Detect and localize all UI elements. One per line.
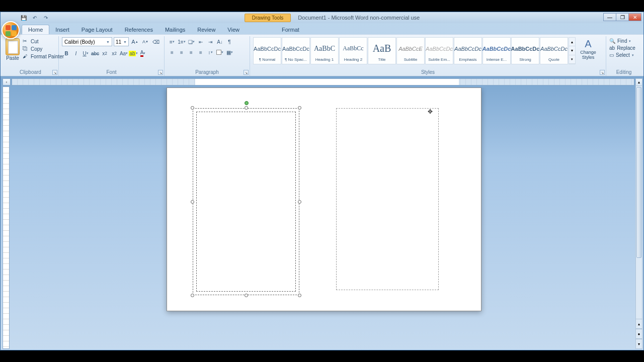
tab-view[interactable]: View bbox=[221, 25, 246, 34]
align-left-button[interactable]: ≡ bbox=[168, 48, 177, 57]
resize-handle-n[interactable] bbox=[245, 106, 248, 110]
borders-button[interactable]: ▦▾ bbox=[225, 48, 234, 57]
select-button[interactable]: ▭Select▾ bbox=[609, 52, 635, 58]
cut-button[interactable]: Cut bbox=[23, 38, 64, 44]
change-styles-label: Change Styles bbox=[578, 50, 599, 60]
resize-handle-se[interactable] bbox=[298, 294, 301, 297]
tab-mailings[interactable]: Mailings bbox=[159, 25, 191, 34]
tab-home[interactable]: Home bbox=[22, 25, 49, 34]
style-quote[interactable]: AaBbCcDcQuote bbox=[540, 37, 568, 64]
format-painter-button[interactable]: Format Painter bbox=[23, 53, 64, 59]
redo-icon[interactable]: ↷ bbox=[42, 14, 50, 22]
style-emphasis[interactable]: AaBbCcDcEmphasis bbox=[454, 37, 482, 64]
find-button[interactable]: 🔍Find▾ bbox=[609, 38, 635, 44]
ruler-page-region bbox=[195, 79, 459, 85]
style-preview: AaB bbox=[373, 40, 391, 57]
style-no-spacing[interactable]: AaBbCcDc¶ No Spac... bbox=[282, 37, 310, 64]
scroll-up-button[interactable]: ▲ bbox=[636, 79, 642, 86]
strikethrough-button[interactable]: abc bbox=[91, 49, 100, 58]
find-label: Find bbox=[617, 38, 627, 44]
style-preview: AaBbCcDc bbox=[454, 40, 481, 57]
justify-button[interactable]: ≡ bbox=[196, 48, 205, 57]
vertical-scrollbar[interactable]: ▲ ▼ bbox=[635, 78, 642, 339]
editing-group-label: Editing bbox=[609, 69, 638, 76]
horizontal-ruler[interactable] bbox=[12, 78, 634, 85]
close-button[interactable]: ✕ bbox=[628, 13, 641, 21]
resize-handle-w[interactable] bbox=[191, 200, 194, 204]
paragraph-launcher[interactable]: ↘ bbox=[244, 70, 249, 75]
subscript-button[interactable]: x2 bbox=[100, 49, 109, 58]
style-title[interactable]: AaBTitle bbox=[368, 37, 396, 64]
tab-review[interactable]: Review bbox=[191, 25, 221, 34]
style-subtle-emphasis[interactable]: AaBbCcDcSubtle Em... bbox=[425, 37, 453, 64]
tab-page-layout[interactable]: Page Layout bbox=[75, 25, 119, 34]
next-page-button[interactable]: ▾ bbox=[635, 339, 642, 349]
underline-button[interactable]: U▾ bbox=[81, 49, 90, 58]
sort-button[interactable]: A↓ bbox=[215, 37, 224, 46]
italic-button[interactable]: I bbox=[71, 49, 80, 58]
superscript-button[interactable]: x2 bbox=[110, 49, 119, 58]
shrink-font-button[interactable]: A▼ bbox=[141, 37, 150, 46]
shading-button[interactable]: ▾ bbox=[215, 48, 224, 57]
clipboard-launcher[interactable]: ↘ bbox=[52, 70, 57, 75]
bold-button[interactable]: B bbox=[62, 49, 71, 58]
paste-button[interactable]: Paste bbox=[6, 37, 20, 61]
vertical-ruler[interactable] bbox=[3, 86, 10, 349]
textbox-2[interactable] bbox=[336, 108, 439, 290]
show-marks-button[interactable]: ¶ bbox=[225, 37, 234, 46]
style-normal[interactable]: AaBbCcDc¶ Normal bbox=[253, 37, 281, 64]
rotate-handle[interactable] bbox=[245, 101, 249, 105]
increase-indent-button[interactable]: ⇥ bbox=[206, 37, 215, 46]
font-name-combo[interactable]: Calibri (Body)▼ bbox=[62, 37, 112, 46]
replace-icon: ab bbox=[609, 45, 615, 51]
gallery-expand-button[interactable]: ▾ bbox=[569, 55, 575, 64]
tab-references[interactable]: References bbox=[119, 25, 159, 34]
resize-handle-nw[interactable] bbox=[191, 106, 194, 110]
textbox-selected[interactable] bbox=[196, 112, 296, 292]
tab-format[interactable]: Format bbox=[276, 25, 305, 34]
font-color-button[interactable]: A▾ bbox=[138, 49, 147, 58]
gallery-down-button[interactable]: ▼ bbox=[569, 46, 575, 55]
clear-formatting-button[interactable]: ⌫ bbox=[151, 37, 160, 46]
select-label: Select bbox=[616, 52, 630, 58]
office-button[interactable] bbox=[2, 21, 20, 39]
numbering-button[interactable]: 1≡▾ bbox=[177, 37, 186, 46]
resize-handle-e[interactable] bbox=[298, 200, 301, 204]
chevron-down-icon: ▼ bbox=[106, 40, 110, 44]
styles-launcher[interactable]: ↘ bbox=[600, 70, 605, 75]
resize-handle-s[interactable] bbox=[245, 294, 248, 297]
decrease-indent-button[interactable]: ⇤ bbox=[196, 37, 205, 46]
grow-font-button[interactable]: A▲ bbox=[130, 37, 139, 46]
scroll-thumb[interactable] bbox=[636, 87, 641, 258]
line-spacing-button[interactable]: ↕▾ bbox=[206, 48, 215, 57]
paste-icon bbox=[6, 38, 20, 55]
bullets-button[interactable]: ≡▾ bbox=[168, 37, 177, 46]
browse-select-button[interactable]: ● bbox=[635, 329, 642, 339]
align-right-button[interactable]: ≡ bbox=[187, 48, 196, 57]
prev-page-button[interactable]: ▴ bbox=[635, 319, 642, 329]
save-icon[interactable]: 💾 bbox=[20, 14, 28, 22]
change-styles-button[interactable]: A Change Styles bbox=[578, 37, 599, 60]
minimize-button[interactable]: — bbox=[603, 13, 616, 21]
maximize-button[interactable]: ❐ bbox=[616, 13, 629, 21]
style-subtitle[interactable]: AaBbCcESubtitle bbox=[396, 37, 425, 64]
undo-icon[interactable]: ↶ bbox=[31, 14, 39, 22]
style-strong[interactable]: AaBbCcDcStrong bbox=[511, 37, 539, 64]
align-center-button[interactable]: ≡ bbox=[177, 48, 186, 57]
ruler-corner-button[interactable]: ▫ bbox=[3, 78, 11, 85]
highlight-button[interactable]: ab▾ bbox=[129, 49, 138, 58]
resize-handle-ne[interactable] bbox=[298, 106, 301, 110]
style-intense-emphasis[interactable]: AaBbCcDcIntense E... bbox=[482, 37, 511, 64]
copy-button[interactable]: Copy bbox=[23, 46, 64, 52]
style-heading2[interactable]: AaBbCcHeading 2 bbox=[339, 37, 367, 64]
tab-insert[interactable]: Insert bbox=[49, 25, 75, 34]
replace-button[interactable]: abReplace bbox=[609, 45, 635, 51]
change-case-button[interactable]: Aa▾ bbox=[119, 49, 128, 58]
gallery-up-button[interactable]: ▲ bbox=[569, 38, 575, 46]
style-heading1[interactable]: AaBbCHeading 1 bbox=[310, 37, 339, 64]
multilevel-button[interactable]: ❏▾ bbox=[187, 37, 196, 46]
font-size-combo[interactable]: 11▼ bbox=[114, 37, 129, 46]
font-launcher[interactable]: ↘ bbox=[158, 70, 163, 75]
resize-handle-sw[interactable] bbox=[191, 294, 194, 297]
document-page[interactable]: ✥ bbox=[167, 87, 481, 311]
